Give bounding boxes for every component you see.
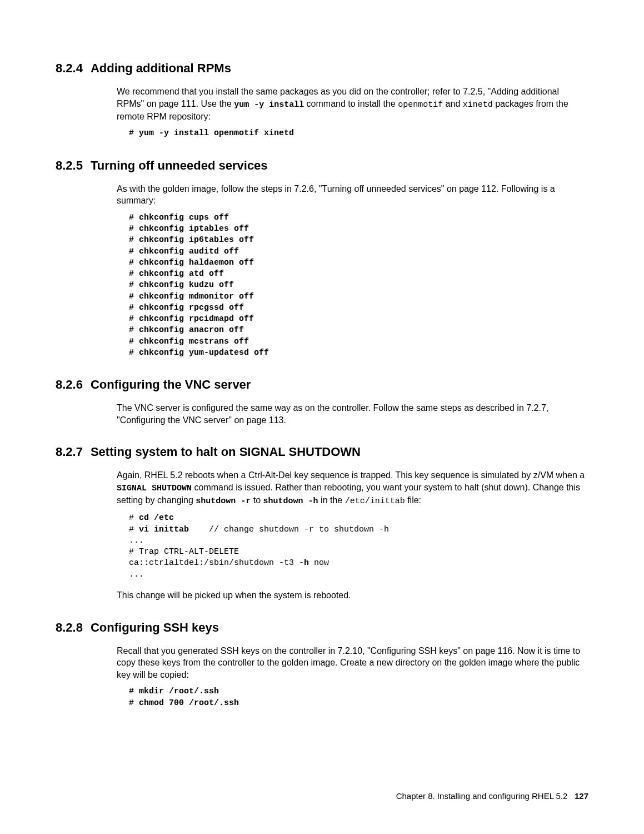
inline-code: /etc/inittab	[345, 497, 405, 506]
heading-828: 8.2.8Configuring SSH keys	[56, 620, 588, 635]
page-footer: Chapter 8. Installing and configuring RH…	[396, 791, 588, 801]
inline-code: shutdown -r	[196, 497, 251, 506]
page-number: 127	[575, 791, 588, 801]
heading-824: 8.2.4Adding additional RPMs	[56, 61, 588, 76]
para: Again, RHEL 5.2 reboots when a Ctrl-Alt-…	[117, 469, 588, 507]
page: 8.2.4Adding additional RPMs We recommend…	[0, 0, 644, 834]
heading-826: 8.2.6Configuring the VNC server	[56, 378, 588, 392]
para: As with the golden image, follow the ste…	[117, 183, 588, 207]
inline-code: shutdown -h	[263, 497, 318, 506]
body-827: Again, RHEL 5.2 reboots when a Ctrl-Alt-…	[117, 469, 588, 601]
inline-code: xinetd	[463, 100, 493, 110]
body-825: As with the golden image, follow the ste…	[117, 183, 588, 359]
para: Recall that you generated SSH keys on th…	[117, 645, 588, 681]
heading-827: 8.2.7Setting system to halt on SIGNAL SH…	[56, 445, 588, 459]
inline-code: SIGNAL SHUTDOWN	[117, 484, 192, 493]
body-828: Recall that you generated SSH keys on th…	[117, 645, 588, 709]
inline-code: yum -y install	[234, 100, 304, 110]
code-block: # yum -y install openmotif xinetd	[129, 128, 588, 139]
footer-chapter: Chapter 8. Installing and configuring RH…	[396, 791, 568, 801]
body-824: We recommend that you install the same p…	[117, 86, 588, 140]
inline-code: openmotif	[398, 100, 443, 110]
para: We recommend that you install the same p…	[117, 86, 588, 122]
para: The VNC server is configured the same wa…	[117, 402, 588, 426]
code-block: # chkconfig cups off # chkconfig iptable…	[129, 212, 588, 359]
code-block: # mkdir /root/.ssh # chmod 700 /root/.ss…	[129, 686, 588, 709]
code-block: # cd /etc # vi inittab // change shutdow…	[129, 513, 588, 580]
para: This change will be picked up when the s…	[117, 589, 588, 602]
body-826: The VNC server is configured the same wa…	[117, 402, 588, 426]
heading-825: 8.2.5Turning off unneeded services	[56, 158, 588, 173]
